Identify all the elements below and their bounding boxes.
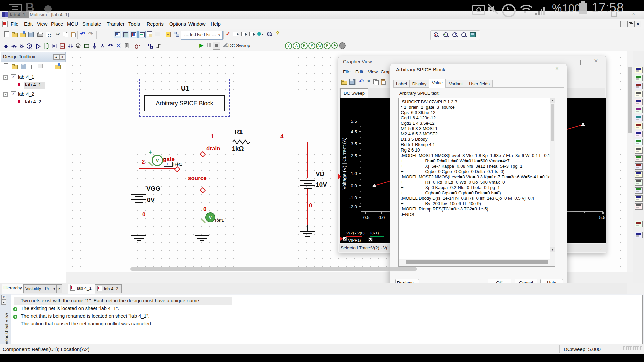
- probe-a-icon[interactable]: A: [293, 42, 300, 49]
- place-bus-icon[interactable]: [155, 42, 162, 49]
- place-basic-icon[interactable]: [11, 42, 17, 49]
- copy-icon[interactable]: [62, 31, 69, 38]
- postprocessor-toggle-icon[interactable]: [146, 31, 153, 38]
- results-message-list[interactable]: Two nets exist with the name "1". Each n…: [11, 295, 643, 345]
- net-4-label[interactable]: 4: [280, 133, 283, 140]
- dialog-tab-value[interactable]: Value: [429, 79, 446, 88]
- open-samples-icon[interactable]: [19, 31, 26, 38]
- instrument-11-icon[interactable]: [635, 147, 643, 154]
- u1-block[interactable]: Arbitrary SPICE Block: [144, 95, 225, 111]
- place-misc-icon[interactable]: [91, 42, 98, 49]
- instrument-3-icon[interactable]: [635, 83, 643, 89]
- probe-vplus-icon[interactable]: V: [308, 42, 315, 49]
- place-source-icon[interactable]: [3, 42, 9, 49]
- new-file-icon[interactable]: [3, 31, 10, 38]
- erc-check-icon[interactable]: ✓: [225, 31, 231, 38]
- instrument-18-icon[interactable]: [635, 203, 643, 210]
- place-analog-icon[interactable]: [35, 42, 42, 49]
- probe-clock-icon[interactable]: [331, 42, 338, 49]
- zoom-in-icon[interactable]: +: [433, 32, 440, 38]
- menu-window[interactable]: Window: [188, 21, 206, 27]
- net-0-source-label[interactable]: 0: [203, 206, 206, 213]
- gate-pin[interactable]: [174, 166, 180, 172]
- menu-place[interactable]: Place: [51, 21, 63, 27]
- redo-icon[interactable]: ↷: [87, 31, 94, 38]
- toolbox-tab-prev[interactable]: ◂: [51, 284, 57, 293]
- ladder-diagram-icon[interactable]: [165, 31, 172, 38]
- instrument-6-icon[interactable]: [635, 107, 643, 113]
- mdi-restore-button[interactable]: [627, 21, 634, 27]
- zoom-fit-icon[interactable]: [461, 32, 467, 38]
- place-mixed-icon[interactable]: [67, 42, 74, 49]
- instrument-9-icon[interactable]: [635, 131, 643, 137]
- toolbox-tab-visibility[interactable]: Visibility: [23, 284, 43, 293]
- place-mcu-module-icon[interactable]: [123, 42, 130, 49]
- instrument-17-icon[interactable]: [635, 195, 643, 202]
- place-misc-digital-icon[interactable]: [59, 42, 66, 49]
- instrument-2-icon[interactable]: [635, 75, 643, 81]
- spreadsheet-toggle-icon[interactable]: [122, 31, 129, 38]
- menu-simulate[interactable]: Simulate: [82, 21, 101, 27]
- place-electromech-icon[interactable]: [107, 42, 114, 49]
- drain-pin[interactable]: [200, 151, 206, 157]
- in-use-list-combo[interactable]: --- In-Use List --- ∨: [181, 31, 223, 40]
- sheet-tab-lab-4_1[interactable]: lab 4_1: [68, 284, 95, 294]
- grapher-toggle-icon[interactable]: [138, 31, 146, 38]
- back-annotate-icon[interactable]: [241, 31, 248, 38]
- probe-av-icon[interactable]: AV: [316, 42, 323, 49]
- probe-dig-icon[interactable]: P: [324, 42, 330, 49]
- menu-reports[interactable]: Reports: [147, 21, 164, 27]
- active-profile-label[interactable]: DC Sweep: [228, 43, 250, 48]
- message-row[interactable]: The action that caused the net naming co…: [11, 321, 642, 329]
- menu-mcu[interactable]: MCU: [67, 21, 78, 27]
- find-icon[interactable]: [266, 31, 273, 38]
- menu-view[interactable]: View: [37, 21, 47, 27]
- r1-value-label[interactable]: 1kΩ: [232, 145, 244, 153]
- instrument-1-icon[interactable]: [635, 67, 643, 73]
- instrument-15-icon[interactable]: [635, 179, 643, 186]
- place-power-icon[interactable]: [83, 42, 90, 49]
- vd-value-label[interactable]: 10V: [316, 181, 327, 188]
- instrument-19-icon[interactable]: [635, 221, 643, 227]
- print-icon[interactable]: [37, 31, 44, 38]
- menu-transfer[interactable]: Transfer: [107, 21, 124, 27]
- r1-refdes-label[interactable]: R1: [235, 129, 243, 136]
- spreadsheet-close-button[interactable]: x: [1, 295, 6, 300]
- place-cmos-icon[interactable]: [51, 42, 58, 49]
- vd-refdes-label[interactable]: VD: [316, 170, 324, 178]
- place-hierarchy-icon[interactable]: [147, 42, 154, 49]
- drain-pin-label[interactable]: drain: [206, 145, 220, 152]
- place-transistor-icon[interactable]: [27, 42, 34, 49]
- u1-refdes-label[interactable]: U1: [181, 85, 189, 92]
- hierarchical-block-icon[interactable]: [173, 31, 180, 38]
- instrument-4-icon[interactable]: [635, 91, 643, 97]
- annotate-menu-icon[interactable]: [257, 31, 264, 38]
- vgg-value-label[interactable]: 0V: [147, 196, 155, 204]
- sheet-tab-lab-4_2[interactable]: lab 4_2: [95, 284, 122, 293]
- mdi-minimize-button[interactable]: [620, 21, 627, 27]
- instrument-13-icon[interactable]: [635, 163, 643, 170]
- paste-icon[interactable]: [70, 31, 77, 38]
- canvas-vscrollbar[interactable]: [627, 51, 633, 272]
- save-icon[interactable]: [28, 31, 34, 38]
- net-2-label[interactable]: 2: [142, 159, 145, 165]
- instrument-10-icon[interactable]: [635, 139, 643, 145]
- help-icon[interactable]: ?: [274, 31, 281, 38]
- menu-options[interactable]: Options: [169, 21, 186, 27]
- cut-icon[interactable]: ✂: [55, 31, 61, 38]
- spreadsheet-pin-button[interactable]: ▸: [1, 300, 6, 305]
- parent-sheet-toggle-icon[interactable]: [154, 31, 161, 38]
- message-row[interactable]: Two nets exist with the name "1". Each n…: [11, 298, 642, 306]
- source-pin[interactable]: [200, 187, 206, 193]
- place-diode-icon[interactable]: [19, 42, 25, 49]
- probe-settings-icon[interactable]: [339, 42, 346, 49]
- zoom-area-icon[interactable]: [452, 32, 459, 38]
- undo-icon[interactable]: ↶: [79, 31, 86, 38]
- instrument-7-icon[interactable]: [635, 115, 643, 121]
- instrument-12-icon[interactable]: [635, 155, 643, 162]
- design-toolbox-toggle-icon[interactable]: [114, 31, 121, 38]
- net-1-label[interactable]: 1: [211, 133, 214, 140]
- net-0-vd-label[interactable]: 0: [309, 202, 312, 209]
- canvas-hscrollbar-thumb[interactable]: [130, 267, 417, 271]
- net-0-vgg-label[interactable]: 0: [142, 211, 145, 218]
